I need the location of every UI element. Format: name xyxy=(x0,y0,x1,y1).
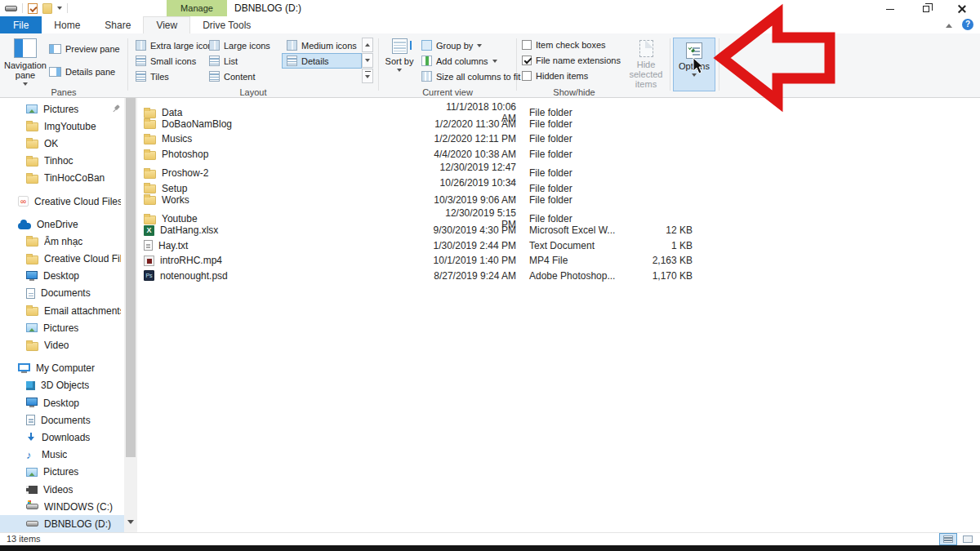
minimize-button[interactable] xyxy=(872,0,908,18)
tab-home[interactable]: Home xyxy=(42,16,92,33)
tab-file[interactable]: File xyxy=(0,16,42,33)
small-icons-icon xyxy=(136,56,146,66)
sidebar-item-creative-cloud-files[interactable]: Creative Cloud Files xyxy=(0,193,124,210)
file-type: File folder xyxy=(516,167,639,179)
sort-by-label: Sort by xyxy=(385,56,414,66)
file-type: File folder xyxy=(516,118,639,130)
folder-icon xyxy=(26,175,38,184)
sidebar-item-music[interactable]: Music xyxy=(0,447,124,464)
sidebar-item-windows-c[interactable]: WINDOWS (C:) xyxy=(0,498,124,515)
folder-icon[interactable] xyxy=(42,3,52,14)
help-icon[interactable] xyxy=(962,19,973,30)
sidebar-item-documents[interactable]: Documents xyxy=(0,285,124,302)
sidebar-item-videos[interactable]: Videos xyxy=(0,481,124,498)
sidebar-item-desktop[interactable]: Desktop xyxy=(0,394,124,411)
layout-option-medium-icons[interactable]: Medium icons xyxy=(282,38,362,53)
checkbox-item-check-boxes[interactable]: Item check boxes xyxy=(522,40,606,50)
file-row-dathang-xlsx[interactable]: DatHang.xlsx9/30/2019 4:30 PMMicrosoft E… xyxy=(137,223,980,238)
group-by-button[interactable]: Group by xyxy=(421,40,482,51)
sidebar-item-onedrive[interactable]: OneDrive xyxy=(0,216,124,233)
details-view-toggle[interactable] xyxy=(939,533,957,545)
chevron-up-icon xyxy=(365,41,370,47)
file-date-modified: 1/2/2020 11:30 AM xyxy=(431,118,516,130)
tab-share[interactable]: Share xyxy=(92,16,143,33)
file-row-photoshop[interactable]: Photoshop4/4/2020 10:38 AMFile folder xyxy=(137,147,980,162)
file-row-dobaonamblog[interactable]: DoBaoNamBlog1/2/2020 11:30 AMFile folder xyxy=(137,117,980,132)
sidebar-item-documents[interactable]: Documents xyxy=(0,411,124,429)
sidebar-item-my-computer[interactable]: My Computer xyxy=(0,360,124,377)
sidebar-item-email-attachments[interactable]: Email attachments xyxy=(0,302,124,319)
preview-pane-button[interactable]: Preview pane xyxy=(49,44,120,54)
tab-view[interactable]: View xyxy=(143,16,190,33)
restore-button[interactable] xyxy=(908,0,944,18)
file-row-hay-txt[interactable]: Hay.txt1/30/2019 2:44 PMText Document1 K… xyxy=(137,238,980,253)
sidebar-item-dbnblog-d[interactable]: DBNBLOG (D:) xyxy=(0,515,124,532)
file-type: Microsoft Excel W... xyxy=(516,224,639,236)
file-row-musics[interactable]: Musics1/2/2020 12:11 PMFile folder xyxy=(137,131,980,147)
file-row-setup[interactable]: Setup10/26/2019 10:34 ...File folder xyxy=(137,177,980,193)
sidebar-item-downloads[interactable]: Downloads xyxy=(0,429,124,446)
sidebar-item-3d-objects[interactable]: 3D Objects xyxy=(0,377,124,394)
checkbox-icon[interactable] xyxy=(522,40,532,50)
group-by-label: Group by xyxy=(436,41,473,51)
hide-selected-items-button[interactable]: Hide selected items xyxy=(624,40,668,89)
chevron-down-icon xyxy=(477,44,482,50)
layout-option-details[interactable]: Details xyxy=(282,53,362,69)
sidebar-item-pictures[interactable]: Pictures xyxy=(0,464,124,481)
navigation-pane-button[interactable]: Navigation pane xyxy=(7,38,44,88)
sidebar-item-creative-cloud-files[interactable]: Creative Cloud Files xyxy=(0,251,124,268)
file-row-notenought-psd[interactable]: notenought.psd8/27/2019 9:24 AMAdobe Pho… xyxy=(137,269,980,284)
excel-icon xyxy=(144,225,154,236)
gallery-scroll-up-button[interactable] xyxy=(362,38,373,52)
window-controls xyxy=(872,0,980,18)
sidebar-item-m-nh-c[interactable]: Âm nhạc xyxy=(0,233,124,250)
checkbox-label: Item check boxes xyxy=(536,40,606,50)
drive-icon xyxy=(5,6,17,11)
sidebar-scrollbar[interactable] xyxy=(124,98,137,532)
ribbon: Navigation pane Preview pane Details pan… xyxy=(0,33,980,98)
size-columns-button[interactable]: Size all columns to fit xyxy=(421,71,520,82)
minimize-icon xyxy=(886,9,894,10)
file-name-cell: DatHang.xlsx xyxy=(144,224,431,236)
toolbar-caret-icon[interactable] xyxy=(57,7,62,12)
sidebar-scroll-down-icon[interactable] xyxy=(127,520,134,527)
sidebar-item-desktop[interactable]: Desktop xyxy=(0,268,124,285)
sidebar-scrollbar-thumb[interactable] xyxy=(126,98,136,457)
sidebar-item-ok[interactable]: OK xyxy=(0,135,124,152)
sidebar-item-pictures[interactable]: Pictures xyxy=(0,100,124,118)
properties-check-icon[interactable] xyxy=(28,3,38,14)
file-row-youtube[interactable]: Youtube12/30/2019 5:15 PMFile folder xyxy=(137,207,980,223)
layout-option-content[interactable]: Content xyxy=(204,69,275,84)
layout-option-list[interactable]: List xyxy=(204,53,275,69)
sidebar-item-tinhoccoban[interactable]: TinHocCoBan xyxy=(0,170,124,187)
file-date-modified: 10/1/2019 1:40 PM xyxy=(431,255,516,266)
sidebar-item-imgyoutube[interactable]: ImgYoutube xyxy=(0,118,124,135)
sidebar-item-tinhoc[interactable]: Tinhoc xyxy=(0,153,124,170)
close-button[interactable] xyxy=(944,0,980,18)
checkbox-icon[interactable] xyxy=(522,56,532,65)
checkbox-file-name-extensions[interactable]: File name extensions xyxy=(522,56,621,65)
details-pane-button[interactable]: Details pane xyxy=(49,67,115,77)
thumbnail-view-toggle[interactable] xyxy=(959,533,977,545)
file-date-modified: 10/3/2019 9:06 AM xyxy=(431,194,516,206)
file-row-works[interactable]: Works10/3/2019 9:06 AMFile folder xyxy=(137,193,980,208)
checkbox-icon[interactable] xyxy=(522,71,532,81)
options-button[interactable]: Options xyxy=(673,38,715,91)
file-row-data[interactable]: Data11/1/2018 10:06 AMFile folder xyxy=(137,101,980,117)
sidebar-item-pictures[interactable]: Pictures xyxy=(0,319,124,336)
sidebar-item-label: DBNBLOG (D:) xyxy=(44,518,111,530)
tab-drive-tools[interactable]: Drive Tools xyxy=(190,16,263,33)
file-row-proshow-2[interactable]: Proshow-212/30/2019 12:47 ...File folder xyxy=(137,162,980,177)
gallery-expand-button[interactable] xyxy=(362,69,373,83)
file-type: File folder xyxy=(516,133,639,144)
file-date-modified: 1/2/2020 12:11 PM xyxy=(431,133,516,144)
sidebar-item-label: Tinhoc xyxy=(44,155,74,167)
sidebar-item-video[interactable]: Video xyxy=(0,336,124,353)
add-columns-button[interactable]: Add columns xyxy=(421,56,497,66)
checkbox-hidden-items[interactable]: Hidden items xyxy=(522,71,588,81)
gallery-scroll-down-button[interactable] xyxy=(362,53,373,68)
pin-ribbon-icon[interactable] xyxy=(946,20,952,28)
sort-by-button[interactable]: Sort by xyxy=(384,38,415,74)
file-row-introrhc-mp4[interactable]: introRHC.mp410/1/2019 1:40 PMMP4 File2,1… xyxy=(137,253,980,269)
layout-option-large-icons[interactable]: Large icons xyxy=(204,38,275,53)
